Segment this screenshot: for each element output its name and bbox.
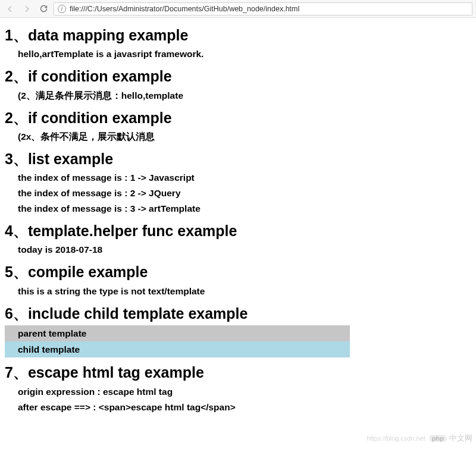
section-2b-title: 2、if condition example (5, 109, 471, 127)
browser-toolbar: i file:///C:/Users/Administrator/Documen… (0, 0, 476, 18)
section-3-item-1: the index of message is : 1 -> Javascrip… (18, 171, 471, 185)
section-3-item-2: the index of message is : 2 -> JQuery (18, 186, 471, 200)
section-1-text: hello,artTemplate is a javasript framewo… (18, 47, 471, 61)
site-info-icon[interactable]: i (58, 5, 66, 13)
watermark-text: 中文网 (449, 433, 472, 444)
section-2a-title: 2、if condition example (5, 67, 471, 86)
section-6-title: 6、include child template example (5, 305, 471, 323)
watermark-link: https://blog.csdn.net (367, 435, 425, 442)
section-4-text: today is 2018-07-18 (18, 243, 471, 257)
child-template-row: child template (5, 341, 350, 357)
reload-button[interactable] (37, 2, 50, 15)
forward-button[interactable] (20, 2, 33, 15)
section-2a-text: (2、满足条件展示消息：hello,template (18, 89, 471, 103)
address-bar[interactable]: i file:///C:/Users/Administrator/Documen… (54, 2, 472, 15)
parent-template-row: parent template (5, 325, 350, 341)
back-button[interactable] (4, 2, 17, 15)
section-7-line2: after escape ==> : <span>escape html tag… (18, 400, 471, 415)
section-1-title: 1、data mapping example (5, 26, 471, 45)
php-badge-icon: php (429, 435, 447, 442)
page-body: 1、data mapping example hello,artTemplate… (0, 18, 476, 415)
section-3-item-3: the index of message is : 3 -> artTempla… (18, 202, 471, 216)
section-5-text: this is a string the type is not text/te… (18, 284, 471, 299)
watermark: https://blog.csdn.net php 中文网 (367, 433, 472, 444)
url-text: file:///C:/Users/Administrator/Documents… (70, 5, 299, 13)
section-5-title: 5、compile example (5, 263, 471, 281)
section-7-title: 7、escape html tag example (5, 363, 471, 382)
section-2b-text: (2x、条件不满足，展示默认消息 (18, 130, 471, 144)
section-3-title: 3、list example (5, 150, 471, 168)
section-7-line1: origin expression : escape html tag (18, 385, 471, 399)
section-4-title: 4、template.helper func example (5, 222, 471, 240)
